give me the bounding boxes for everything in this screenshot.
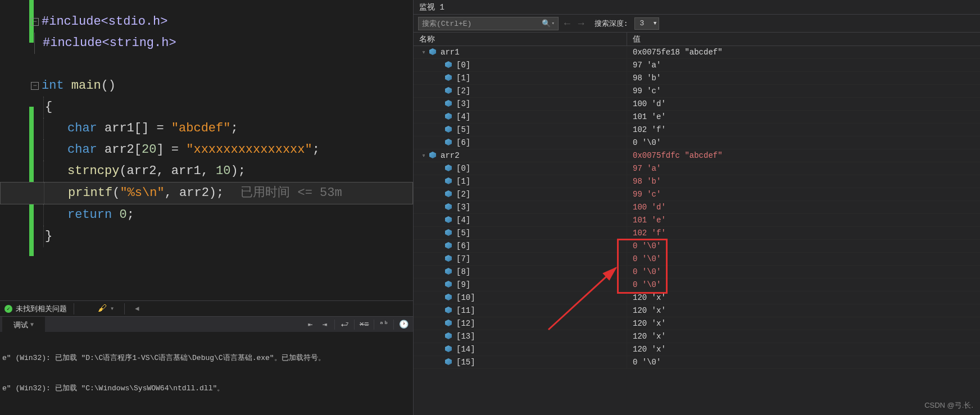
scroll-left-icon[interactable]: ◀ [135, 304, 139, 313]
clear-icon[interactable]: ×≡ [357, 318, 371, 331]
variable-value: 98 'b' [627, 74, 980, 83]
watch-row[interactable]: [1]98 'b' [414, 72, 980, 85]
collapse-icon[interactable]: − [31, 18, 39, 26]
variable-icon [429, 48, 437, 56]
watch-toolbar: 搜索(Ctrl+E) 🔍 ▾ ← → 搜索深度: 3 ▼ [414, 15, 980, 33]
variable-icon [445, 113, 453, 121]
variable-name: [1] [456, 74, 470, 83]
variable-value: 100 'd' [627, 99, 980, 108]
watch-row[interactable]: [5]102 'f' [414, 124, 980, 136]
watch-row[interactable]: [10]120 'x' [414, 291, 980, 304]
watch-row[interactable]: [3]100 'd' [414, 98, 980, 111]
variable-name: [13] [456, 332, 475, 341]
variable-value: 120 'x' [627, 319, 980, 328]
watch-row[interactable]: [14]120 'x' [414, 343, 980, 356]
output-line: e" (Win32): 已加载 "D:\C语言程序1-VS\C语言基础\Debu… [2, 353, 411, 363]
watch-row[interactable]: [0]97 'a' [414, 162, 980, 175]
variable-value: 100 'd' [627, 203, 980, 212]
wand-dropdown-icon[interactable]: ▾ [110, 304, 114, 313]
variable-icon [445, 332, 453, 340]
variable-icon [445, 216, 453, 224]
nav-back-icon[interactable]: ← [564, 18, 570, 29]
watch-row[interactable]: [13]120 'x' [414, 330, 980, 343]
settings-icon[interactable]: ᵃᵇ [377, 318, 391, 331]
chevron-down-icon[interactable]: ▼ [30, 322, 34, 328]
depth-select[interactable]: 3 ▼ [634, 17, 659, 30]
variable-name: [14] [456, 345, 475, 354]
variable-icon [445, 100, 453, 108]
variable-icon [445, 165, 453, 172]
watch-row[interactable]: [8]0 '\0' [414, 266, 980, 279]
watch-row[interactable]: ▿arr10x0075fe18 "abcdef" [414, 46, 980, 59]
watch-row[interactable]: [6]0 '\0' [414, 240, 980, 253]
collapse-icon[interactable]: − [31, 82, 39, 90]
variable-value: 101 'e' [627, 112, 980, 121]
watch-row[interactable]: [4]101 'e' [414, 111, 980, 124]
variable-name: [2] [456, 190, 470, 199]
watch-row[interactable]: ▿arr20x0075fdfc "abcdef" [414, 149, 980, 162]
debug-toolbar: 调试 ▼ ⇤ ⇥ ⮐ ×≡ ᵃᵇ 🕐 [0, 316, 413, 332]
clock-icon[interactable]: 🕐 [397, 318, 410, 331]
watch-row[interactable]: [9]0 '\0' [414, 279, 980, 291]
variable-value: 120 'x' [627, 306, 980, 315]
nav-forward-icon[interactable]: → [578, 18, 584, 29]
variable-name: arr2 [441, 151, 460, 160]
wrap-icon[interactable]: ⮐ [338, 318, 351, 331]
expand-icon[interactable]: ▿ [420, 152, 427, 159]
watch-row[interactable]: [3]100 'd' [414, 201, 980, 214]
variable-value: 0 '\0' [627, 138, 980, 147]
variable-icon [445, 229, 453, 237]
debug-tab[interactable]: 调试 ▼ [2, 317, 45, 332]
variable-name: [10] [456, 293, 475, 302]
status-bar: ✓ 未找到相关问题 🖌 ▾ ◀ [0, 300, 413, 316]
watch-row[interactable]: [11]120 'x' [414, 304, 980, 317]
variable-name: [3] [456, 203, 470, 212]
watch-row[interactable]: [4]101 'e' [414, 214, 980, 227]
variable-icon [445, 345, 453, 353]
watch-row[interactable]: [6]0 '\0' [414, 136, 980, 149]
indent-right-icon[interactable]: ⇥ [318, 318, 332, 331]
indent-left-icon[interactable]: ⇤ [303, 318, 317, 331]
watch-columns: 名称 值 [414, 33, 980, 46]
expand-icon[interactable]: ▿ [420, 49, 427, 56]
variable-icon [445, 358, 453, 366]
variable-icon [445, 255, 453, 263]
watch-rows[interactable]: ▿arr10x0075fe18 "abcdef"[0]97 'a'[1]98 '… [414, 46, 980, 415]
watch-row[interactable]: [7]0 '\0' [414, 253, 980, 266]
watch-row[interactable]: [5]102 'f' [414, 227, 980, 240]
search-icon[interactable]: 🔍 ▾ [542, 19, 555, 28]
watch-row[interactable]: [2]99 'c' [414, 85, 980, 98]
output-pane[interactable]: e" (Win32): 已加载 "D:\C语言程序1-VS\C语言基础\Debu… [0, 332, 413, 415]
variable-name: [3] [456, 99, 470, 108]
search-input[interactable]: 搜索(Ctrl+E) 🔍 ▾ [418, 17, 559, 30]
column-value[interactable]: 值 [627, 33, 980, 45]
variable-value: 98 'b' [627, 177, 980, 186]
variable-icon [445, 87, 453, 95]
variable-name: [4] [456, 112, 470, 121]
watch-title: 监视 1 [414, 0, 980, 15]
watch-row[interactable]: [12]120 'x' [414, 317, 980, 330]
watch-row[interactable]: [15]0 '\0' [414, 356, 980, 369]
variable-name: [0] [456, 61, 470, 70]
code-editor[interactable]: − #include<stdio.h> #include<string.h> −… [0, 0, 413, 300]
variable-name: [5] [456, 125, 470, 134]
wand-icon[interactable]: 🖌 [98, 303, 107, 314]
column-name[interactable]: 名称 [414, 33, 627, 45]
variable-value: 102 'f' [627, 229, 980, 238]
variable-value: 97 'a' [627, 61, 980, 70]
variable-icon [445, 320, 453, 327]
watch-row[interactable]: [2]99 'c' [414, 188, 980, 201]
output-line: e" (Win32): 已加载 "C:\Windows\SysWOW64\ntd… [2, 384, 411, 394]
variable-value: 0x0075fdfc "abcdef" [627, 151, 980, 160]
variable-icon [445, 139, 453, 147]
variable-value: 99 'c' [627, 190, 980, 199]
variable-name: [8] [456, 267, 470, 276]
status-text: 未找到相关问题 [16, 304, 67, 314]
variable-icon [445, 203, 453, 211]
variable-icon [445, 294, 453, 302]
watch-row[interactable]: [1]98 'b' [414, 175, 980, 188]
variable-name: [2] [456, 86, 470, 95]
watch-row[interactable]: [0]97 'a' [414, 59, 980, 72]
variable-name: [1] [456, 177, 470, 186]
variable-icon [445, 307, 453, 314]
